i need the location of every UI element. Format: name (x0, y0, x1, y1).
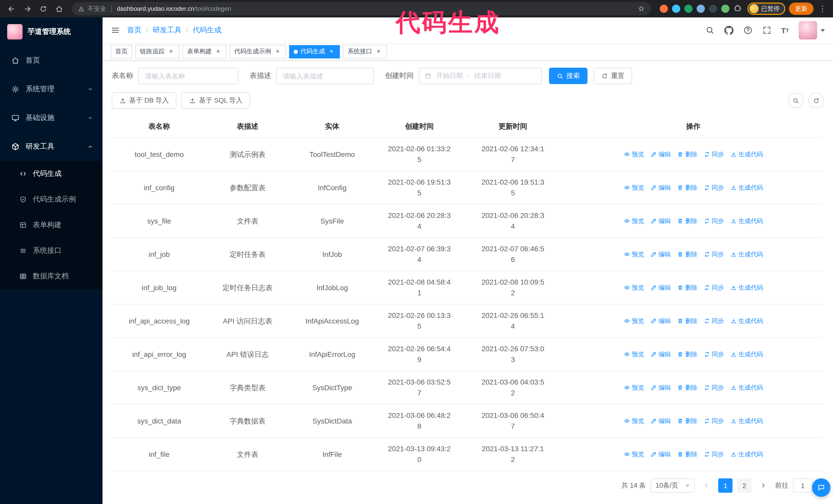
generate-code-link[interactable]: 生成代码 (730, 249, 763, 260)
font-size-icon[interactable]: TT (781, 26, 789, 34)
browser-menu-icon[interactable]: ⋮ (817, 4, 828, 13)
delete-link[interactable]: 删除 (677, 282, 697, 293)
edit-link[interactable]: 编辑 (650, 382, 671, 393)
preview-link[interactable]: 预览 (624, 282, 644, 293)
delete-link[interactable]: 删除 (677, 449, 697, 460)
search-button[interactable]: 搜索 (549, 68, 588, 84)
camera-extension-icon[interactable] (709, 5, 717, 13)
browser-forward-button[interactable] (21, 3, 33, 15)
browser-update-button[interactable]: 更新 (789, 3, 813, 15)
sidebar-menu-item[interactable]: 基础设施 (0, 103, 102, 132)
sync-link[interactable]: 同步 (704, 249, 724, 260)
sidebar-submenu-item[interactable]: 系统接口 (0, 238, 102, 264)
tab[interactable]: 表单构建 × (183, 45, 227, 58)
preview-link[interactable]: 预览 (624, 182, 644, 193)
tab-close-icon[interactable]: × (375, 48, 382, 55)
delete-link[interactable]: 删除 (677, 216, 697, 226)
tab-close-icon[interactable]: × (167, 48, 175, 55)
fullscreen-icon[interactable] (762, 26, 771, 35)
sidebar-menu-item[interactable]: 研发工具 (0, 132, 102, 161)
fox-extension-icon[interactable] (660, 5, 668, 13)
sync-link[interactable]: 同步 (704, 316, 724, 326)
drop-extension-icon[interactable] (672, 5, 680, 13)
page-number-button[interactable]: 2 (737, 478, 752, 493)
generate-code-link[interactable]: 生成代码 (730, 415, 763, 426)
preview-link[interactable]: 预览 (624, 149, 644, 160)
tab[interactable]: 代码生成示例 × (230, 45, 286, 58)
delete-link[interactable]: 删除 (677, 316, 697, 326)
breadcrumb-item[interactable]: 代码生成 (193, 26, 221, 35)
preview-link[interactable]: 预览 (624, 316, 644, 326)
preview-link[interactable]: 预览 (624, 382, 644, 393)
tab-close-icon[interactable]: × (328, 48, 335, 55)
user-menu[interactable] (799, 21, 825, 40)
reset-button[interactable]: 重置 (594, 68, 632, 84)
edit-link[interactable]: 编辑 (650, 149, 671, 160)
sidebar-submenu-item[interactable]: 数据库文档 (0, 264, 102, 289)
browser-home-button[interactable] (53, 3, 65, 15)
hamburger-icon[interactable] (111, 26, 120, 35)
delete-link[interactable]: 删除 (677, 249, 697, 260)
sync-link[interactable]: 同步 (704, 349, 724, 360)
import-sql-button[interactable]: 基于 SQL 导入 (182, 92, 251, 109)
import-db-button[interactable]: 基于 DB 导入 (112, 92, 176, 109)
page-number-button[interactable]: 1 (718, 478, 733, 493)
help-icon[interactable] (743, 26, 752, 35)
edit-link[interactable]: 编辑 (650, 449, 671, 460)
next-page-button[interactable] (756, 478, 770, 493)
sidebar-submenu-item[interactable]: 表单构建 (0, 212, 102, 238)
github-icon[interactable] (724, 26, 733, 35)
edit-link[interactable]: 编辑 (650, 282, 671, 293)
people-extension-icon[interactable] (697, 5, 705, 13)
preview-link[interactable]: 预览 (624, 449, 644, 460)
tab[interactable]: 代码生成 × (289, 45, 340, 58)
browser-back-button[interactable] (5, 3, 18, 15)
profile-paused-chip[interactable]: 已暂停 (747, 3, 785, 15)
sync-link[interactable]: 同步 (704, 149, 724, 160)
sync-link[interactable]: 同步 (704, 182, 724, 193)
check-extension-icon[interactable] (684, 5, 693, 13)
address-bar[interactable]: 不安全 dashboard.yudao.iocoder.cn/tool/code… (72, 2, 651, 16)
sidebar-menu-item[interactable]: 首页 (0, 46, 102, 75)
generate-code-link[interactable]: 生成代码 (730, 349, 763, 360)
sync-link[interactable]: 同步 (704, 216, 724, 226)
generate-code-link[interactable]: 生成代码 (730, 216, 763, 226)
edit-link[interactable]: 编辑 (650, 349, 671, 360)
delete-link[interactable]: 删除 (677, 149, 697, 160)
sidebar-menu-item[interactable]: 系统管理 (0, 75, 102, 103)
generate-code-link[interactable]: 生成代码 (730, 149, 763, 160)
generate-code-link[interactable]: 生成代码 (730, 282, 763, 293)
sync-link[interactable]: 同步 (704, 449, 724, 460)
table-desc-input[interactable] (276, 68, 374, 84)
edit-link[interactable]: 编辑 (650, 316, 671, 326)
delete-link[interactable]: 删除 (677, 349, 697, 360)
delete-link[interactable]: 删除 (677, 182, 697, 193)
preview-link[interactable]: 预览 (624, 216, 644, 226)
goto-page-input[interactable] (793, 478, 812, 493)
breadcrumb-item[interactable]: 首页 (127, 26, 142, 35)
table-name-input[interactable] (138, 68, 238, 84)
tab-close-icon[interactable]: × (274, 48, 281, 55)
preview-link[interactable]: 预览 (624, 249, 644, 260)
floating-action-button[interactable] (812, 478, 830, 497)
page-size-select[interactable]: 10条/页 (650, 478, 695, 493)
edit-link[interactable]: 编辑 (650, 249, 671, 260)
generate-code-link[interactable]: 生成代码 (730, 382, 763, 393)
prev-page-button[interactable] (699, 478, 714, 493)
breadcrumb-item[interactable]: 研发工具 (153, 26, 182, 35)
app-logo[interactable]: 芋道管理系统 (0, 18, 102, 46)
tab[interactable]: 首页 (111, 45, 132, 58)
preview-link[interactable]: 预览 (624, 349, 644, 360)
toggle-search-button[interactable] (788, 93, 803, 108)
sidebar-submenu-item[interactable]: 代码生成 (0, 161, 102, 187)
tab[interactable]: 系统接口 × (343, 45, 387, 58)
edit-link[interactable]: 编辑 (650, 216, 671, 226)
preview-link[interactable]: 预览 (624, 415, 644, 426)
delete-link[interactable]: 删除 (677, 415, 697, 426)
edit-link[interactable]: 编辑 (650, 182, 671, 193)
delete-link[interactable]: 删除 (677, 382, 697, 393)
generate-code-link[interactable]: 生成代码 (730, 316, 763, 326)
sync-link[interactable]: 同步 (704, 382, 724, 393)
refresh-button[interactable] (808, 93, 824, 108)
tab-close-icon[interactable]: × (214, 48, 222, 55)
